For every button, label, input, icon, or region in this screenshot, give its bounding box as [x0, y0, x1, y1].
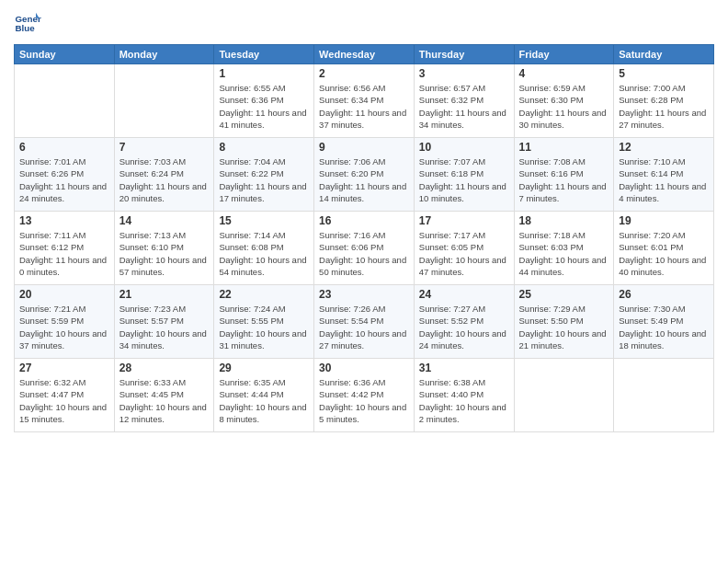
- calendar-cell: 2Sunrise: 6:56 AM Sunset: 6:34 PM Daylig…: [314, 64, 415, 138]
- calendar-cell: 12Sunrise: 7:10 AM Sunset: 6:14 PM Dayli…: [614, 138, 714, 212]
- day-info: Sunrise: 6:38 AM Sunset: 4:40 PM Dayligh…: [419, 376, 509, 425]
- day-info: Sunrise: 7:29 AM Sunset: 5:50 PM Dayligh…: [519, 303, 609, 351]
- day-number: 27: [19, 362, 109, 374]
- day-number: 9: [319, 141, 409, 154]
- day-number: 15: [219, 214, 309, 227]
- calendar-cell: 11Sunrise: 7:08 AM Sunset: 6:16 PM Dayli…: [514, 138, 614, 212]
- calendar-cell: 13Sunrise: 7:11 AM Sunset: 6:12 PM Dayli…: [15, 212, 115, 285]
- day-info: Sunrise: 6:32 AM Sunset: 4:47 PM Dayligh…: [19, 376, 109, 425]
- day-info: Sunrise: 7:20 AM Sunset: 6:01 PM Dayligh…: [619, 229, 709, 278]
- day-number: 31: [419, 362, 509, 374]
- day-number: 17: [419, 214, 509, 227]
- calendar-cell: 28Sunrise: 6:33 AM Sunset: 4:45 PM Dayli…: [114, 359, 214, 432]
- calendar-cell: 27Sunrise: 6:32 AM Sunset: 4:47 PM Dayli…: [15, 359, 115, 432]
- calendar-cell: [514, 359, 614, 432]
- calendar-cell: 23Sunrise: 7:26 AM Sunset: 5:54 PM Dayli…: [314, 285, 415, 359]
- day-number: 29: [219, 362, 309, 374]
- day-info: Sunrise: 6:57 AM Sunset: 6:32 PM Dayligh…: [419, 82, 509, 131]
- day-info: Sunrise: 7:26 AM Sunset: 5:54 PM Dayligh…: [319, 303, 409, 351]
- day-number: 14: [119, 214, 210, 227]
- day-number: 2: [319, 67, 409, 80]
- calendar-cell: 20Sunrise: 7:21 AM Sunset: 5:59 PM Dayli…: [15, 285, 115, 359]
- day-of-week-header: Saturday: [614, 45, 714, 64]
- calendar-cell: 5Sunrise: 7:00 AM Sunset: 6:28 PM Daylig…: [614, 64, 714, 138]
- calendar-cell: 16Sunrise: 7:16 AM Sunset: 6:06 PM Dayli…: [314, 212, 415, 285]
- day-info: Sunrise: 7:06 AM Sunset: 6:20 PM Dayligh…: [319, 155, 409, 204]
- logo-icon: General Blue: [14, 9, 41, 37]
- day-number: 7: [119, 141, 210, 154]
- day-info: Sunrise: 7:23 AM Sunset: 5:57 PM Dayligh…: [119, 303, 210, 351]
- calendar-week-row: 20Sunrise: 7:21 AM Sunset: 5:59 PM Dayli…: [15, 285, 714, 359]
- day-info: Sunrise: 6:59 AM Sunset: 6:30 PM Dayligh…: [519, 82, 609, 131]
- day-info: Sunrise: 6:33 AM Sunset: 4:45 PM Dayligh…: [119, 376, 210, 425]
- header: General Blue: [14, 9, 714, 37]
- day-number: 26: [619, 288, 709, 301]
- day-of-week-header: Friday: [514, 45, 614, 64]
- day-number: 30: [319, 362, 409, 374]
- day-number: 21: [119, 288, 210, 301]
- calendar-week-row: 13Sunrise: 7:11 AM Sunset: 6:12 PM Dayli…: [15, 212, 714, 285]
- calendar-cell: 10Sunrise: 7:07 AM Sunset: 6:18 PM Dayli…: [414, 138, 514, 212]
- logo: General Blue: [14, 9, 41, 37]
- day-number: 18: [519, 214, 609, 227]
- calendar-cell: 29Sunrise: 6:35 AM Sunset: 4:44 PM Dayli…: [214, 359, 314, 432]
- day-info: Sunrise: 7:03 AM Sunset: 6:24 PM Dayligh…: [119, 155, 210, 204]
- day-info: Sunrise: 7:00 AM Sunset: 6:28 PM Dayligh…: [619, 82, 709, 131]
- day-info: Sunrise: 7:14 AM Sunset: 6:08 PM Dayligh…: [219, 229, 309, 278]
- calendar-cell: 25Sunrise: 7:29 AM Sunset: 5:50 PM Dayli…: [514, 285, 614, 359]
- calendar-week-row: 27Sunrise: 6:32 AM Sunset: 4:47 PM Dayli…: [15, 359, 714, 432]
- day-info: Sunrise: 7:16 AM Sunset: 6:06 PM Dayligh…: [319, 229, 409, 278]
- day-of-week-header: Sunday: [15, 45, 115, 64]
- day-number: 25: [519, 288, 609, 301]
- day-number: 13: [19, 214, 109, 227]
- day-number: 10: [419, 141, 509, 154]
- calendar-cell: [614, 359, 714, 432]
- calendar-cell: [15, 64, 115, 138]
- calendar-cell: 18Sunrise: 7:18 AM Sunset: 6:03 PM Dayli…: [514, 212, 614, 285]
- day-number: 12: [619, 141, 709, 154]
- day-of-week-header: Tuesday: [214, 45, 314, 64]
- day-info: Sunrise: 6:35 AM Sunset: 4:44 PM Dayligh…: [219, 376, 309, 425]
- day-info: Sunrise: 7:08 AM Sunset: 6:16 PM Dayligh…: [519, 155, 609, 204]
- day-info: Sunrise: 6:55 AM Sunset: 6:36 PM Dayligh…: [219, 82, 309, 131]
- calendar-cell: 30Sunrise: 6:36 AM Sunset: 4:42 PM Dayli…: [314, 359, 415, 432]
- day-info: Sunrise: 7:24 AM Sunset: 5:55 PM Dayligh…: [219, 303, 309, 351]
- svg-text:Blue: Blue: [16, 23, 36, 33]
- calendar-cell: 26Sunrise: 7:30 AM Sunset: 5:49 PM Dayli…: [614, 285, 714, 359]
- day-info: Sunrise: 7:13 AM Sunset: 6:10 PM Dayligh…: [119, 229, 210, 278]
- calendar-week-row: 1Sunrise: 6:55 AM Sunset: 6:36 PM Daylig…: [15, 64, 714, 138]
- day-number: 8: [219, 141, 309, 154]
- calendar-cell: 31Sunrise: 6:38 AM Sunset: 4:40 PM Dayli…: [414, 359, 514, 432]
- day-number: 11: [519, 141, 609, 154]
- days-header-row: SundayMondayTuesdayWednesdayThursdayFrid…: [15, 45, 714, 64]
- day-of-week-header: Monday: [114, 45, 214, 64]
- day-number: 23: [319, 288, 409, 301]
- calendar-body: 1Sunrise: 6:55 AM Sunset: 6:36 PM Daylig…: [15, 64, 714, 432]
- day-info: Sunrise: 7:21 AM Sunset: 5:59 PM Dayligh…: [19, 303, 109, 351]
- calendar-cell: 17Sunrise: 7:17 AM Sunset: 6:05 PM Dayli…: [414, 212, 514, 285]
- day-number: 5: [619, 67, 709, 80]
- svg-text:General: General: [16, 14, 42, 24]
- day-number: 19: [619, 214, 709, 227]
- day-info: Sunrise: 6:36 AM Sunset: 4:42 PM Dayligh…: [319, 376, 409, 425]
- day-info: Sunrise: 7:30 AM Sunset: 5:49 PM Dayligh…: [619, 303, 709, 351]
- day-number: 24: [419, 288, 509, 301]
- day-info: Sunrise: 7:10 AM Sunset: 6:14 PM Dayligh…: [619, 155, 709, 204]
- calendar-cell: 9Sunrise: 7:06 AM Sunset: 6:20 PM Daylig…: [314, 138, 415, 212]
- day-number: 22: [219, 288, 309, 301]
- calendar-cell: 22Sunrise: 7:24 AM Sunset: 5:55 PM Dayli…: [214, 285, 314, 359]
- day-info: Sunrise: 7:01 AM Sunset: 6:26 PM Dayligh…: [19, 155, 109, 204]
- calendar-table: SundayMondayTuesdayWednesdayThursdayFrid…: [14, 44, 714, 432]
- calendar-cell: 4Sunrise: 6:59 AM Sunset: 6:30 PM Daylig…: [514, 64, 614, 138]
- day-info: Sunrise: 7:11 AM Sunset: 6:12 PM Dayligh…: [19, 229, 109, 278]
- day-number: 3: [419, 67, 509, 80]
- calendar-cell: 21Sunrise: 7:23 AM Sunset: 5:57 PM Dayli…: [114, 285, 214, 359]
- day-number: 1: [219, 67, 309, 80]
- day-info: Sunrise: 7:07 AM Sunset: 6:18 PM Dayligh…: [419, 155, 509, 204]
- day-number: 28: [119, 362, 210, 374]
- day-info: Sunrise: 7:18 AM Sunset: 6:03 PM Dayligh…: [519, 229, 609, 278]
- page: General Blue SundayMondayTuesdayWednesda…: [0, 0, 728, 563]
- calendar-cell: 7Sunrise: 7:03 AM Sunset: 6:24 PM Daylig…: [114, 138, 214, 212]
- calendar-cell: 24Sunrise: 7:27 AM Sunset: 5:52 PM Dayli…: [414, 285, 514, 359]
- calendar-cell: 19Sunrise: 7:20 AM Sunset: 6:01 PM Dayli…: [614, 212, 714, 285]
